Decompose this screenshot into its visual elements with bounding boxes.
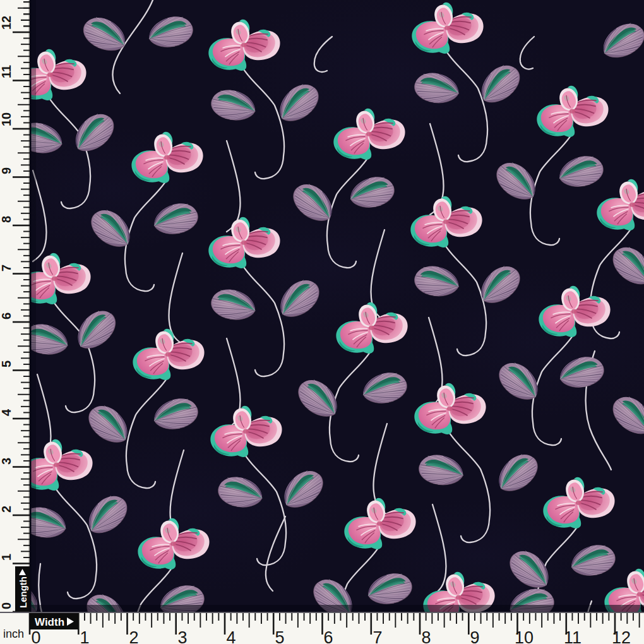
- svg-text:Width: Width: [35, 616, 64, 628]
- svg-text:6: 6: [323, 628, 333, 644]
- svg-text:7: 7: [373, 628, 382, 644]
- svg-text:8: 8: [0, 216, 13, 223]
- svg-text:1: 1: [0, 554, 13, 561]
- svg-text:4: 4: [0, 408, 13, 416]
- svg-text:3: 3: [177, 628, 187, 644]
- svg-text:9: 9: [0, 167, 13, 174]
- svg-text:2: 2: [129, 628, 138, 644]
- svg-text:11: 11: [0, 65, 13, 78]
- svg-text:9: 9: [470, 628, 479, 644]
- svg-text:2: 2: [0, 506, 13, 513]
- svg-text:Length: Length: [18, 576, 28, 608]
- svg-text:11: 11: [564, 628, 581, 644]
- svg-text:5: 5: [275, 628, 284, 644]
- svg-text:0: 0: [0, 602, 13, 609]
- svg-text:1: 1: [80, 628, 89, 644]
- svg-text:10: 10: [515, 628, 534, 644]
- svg-text:0: 0: [31, 628, 40, 644]
- svg-text:8: 8: [421, 628, 431, 644]
- svg-text:7: 7: [0, 265, 13, 271]
- svg-text:12: 12: [612, 628, 631, 644]
- svg-text:5: 5: [0, 361, 13, 367]
- svg-text:3: 3: [0, 458, 13, 465]
- svg-text:inch: inch: [3, 628, 24, 640]
- svg-text:4: 4: [226, 628, 236, 644]
- svg-text:12: 12: [0, 16, 13, 30]
- svg-text:6: 6: [0, 313, 13, 319]
- svg-text:10: 10: [0, 112, 13, 126]
